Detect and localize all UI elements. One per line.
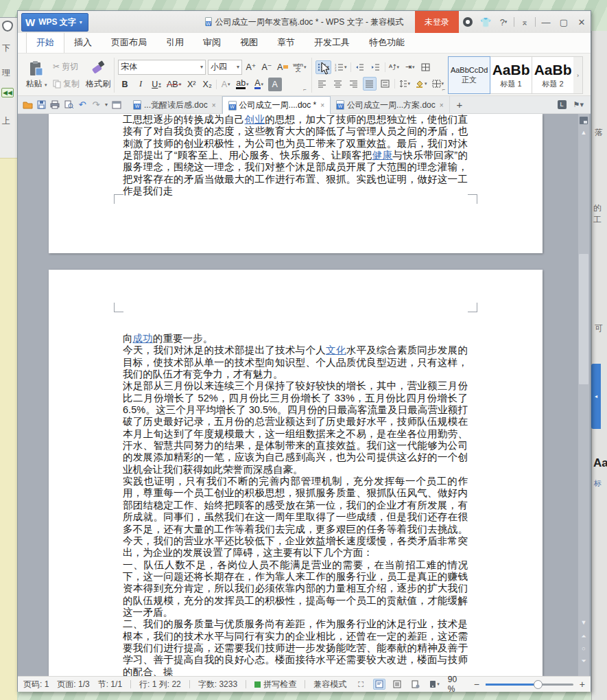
menu-tab-插入[interactable]: 插入 (64, 32, 102, 53)
status-item[interactable]: 拼写检查 (254, 679, 296, 690)
style-标题 1[interactable]: AaBb标题 1 (490, 56, 532, 94)
paste-button[interactable]: 粘贴 ▾ (22, 56, 51, 94)
style-正文[interactable]: AaBbCcDd正文 (448, 56, 490, 94)
save-icon[interactable] (34, 98, 48, 112)
document-tab[interactable]: 公司成立一周...方案.doc× (331, 96, 450, 114)
print-icon[interactable] (48, 98, 62, 112)
text-effects-button[interactable]: A▾ (219, 78, 233, 91)
page-view-icon[interactable] (373, 679, 385, 690)
tab-menu-flag-icon[interactable]: ⚑▾ (573, 100, 584, 109)
distribute-button[interactable] (379, 77, 392, 91)
strikethrough-button[interactable]: AB▾ (165, 78, 182, 91)
underline-button[interactable]: U▾ (150, 78, 163, 91)
copy-button[interactable]: 复制 (51, 77, 82, 91)
read-mode-icon[interactable]: ▾ (428, 679, 440, 690)
insert-table-icon[interactable] (419, 60, 433, 74)
hyperlink[interactable]: 健康 (372, 150, 393, 161)
menu-tab-页面布局[interactable]: 页面布局 (102, 32, 156, 53)
format-painter-button[interactable]: 格式刷 (86, 78, 110, 90)
styles-scroll-button[interactable]: › (573, 56, 583, 94)
hyperlink[interactable]: 成功 (133, 333, 153, 344)
line-spacing-button[interactable]: ▾ (397, 77, 412, 91)
login-button[interactable]: 未登录 (415, 11, 459, 33)
open-file-icon[interactable] (21, 98, 34, 112)
wps-community-icon[interactable] (459, 11, 477, 33)
zoom-in-button[interactable]: + (580, 679, 585, 690)
zoom-slider[interactable] (486, 684, 573, 686)
tab-list-icon[interactable]: L (558, 100, 567, 109)
align-right-button[interactable] (347, 77, 361, 91)
justify-button[interactable] (363, 77, 377, 91)
vertical-scrollbar[interactable]: ▲ ▼ ⏶ ○ ⏷ (578, 114, 589, 676)
help-icon[interactable]: ?▾ (495, 11, 512, 33)
undo-icon[interactable]: ↶ (75, 98, 89, 112)
outline-view-icon[interactable] (392, 679, 404, 690)
redo-icon[interactable]: ↷ (89, 98, 103, 112)
close-tab-icon[interactable]: × (440, 102, 444, 109)
collapse-ribbon-icon[interactable]: ⌅ (516, 11, 534, 33)
style-标题 2[interactable]: AaBb标题 2 (532, 56, 574, 94)
align-left-button[interactable] (316, 77, 329, 91)
scrollbar-thumb[interactable] (579, 254, 588, 384)
font-size-select[interactable]: 小四▾ (208, 60, 242, 75)
title-bar[interactable]: W WPS 文字 ▾ 公司成立一周年发言稿.doc * - WPS 文字 - 兼… (18, 11, 591, 33)
scroll-down-icon[interactable]: ▼ (578, 619, 589, 626)
zoom-slider-thumb[interactable] (534, 680, 543, 689)
status-item[interactable]: 节: 1/1 (98, 679, 122, 690)
highlight-color-button[interactable]: ab▾ (235, 78, 250, 91)
wps-app-menu-button[interactable]: W WPS 文字 ▾ (21, 13, 88, 32)
document-tab[interactable]: ...觉醒读后感.doc× (128, 96, 222, 114)
close-tab-icon[interactable]: × (212, 102, 216, 109)
collapsed-panel-tab[interactable]: ◂ (591, 364, 601, 429)
menu-tab-特色功能[interactable]: 特色功能 (359, 32, 414, 53)
menu-tab-视图[interactable]: 视图 (230, 32, 267, 53)
clear-format-button[interactable]: A (276, 60, 289, 74)
chevron-down-icon[interactable]: ▾ (105, 102, 108, 108)
font-color-button[interactable]: A▾ (252, 78, 266, 91)
menu-tab-开始[interactable]: 开始 (26, 32, 64, 53)
superscript-button[interactable]: X² (185, 78, 198, 91)
hyperlink[interactable]: 创业 (245, 114, 265, 125)
menu-tab-引用[interactable]: 引用 (156, 32, 193, 53)
paragraph-dialog-launcher-icon[interactable]: ⌐ (442, 86, 445, 93)
previous-page-icon[interactable]: ⏶ (578, 633, 589, 640)
scroll-up-icon[interactable]: ▲ (578, 129, 589, 136)
increase-indent-button[interactable] (369, 60, 383, 74)
next-page-icon[interactable]: ⏷ (578, 657, 589, 664)
print-preview-icon[interactable] (62, 98, 75, 112)
document-tab[interactable]: 公司成立一周....doc *× (222, 96, 331, 114)
menu-tab-章节[interactable]: 章节 (267, 32, 305, 53)
minimize-button[interactable]: — (537, 11, 555, 33)
bold-button[interactable]: B (118, 78, 132, 91)
page-1[interactable]: 工思想逐步的转换成为自己创业的思想，加大了技师的思想独立性，使他们直接有了对自我… (49, 114, 543, 253)
shading-button[interactable]: ▾ (414, 77, 429, 91)
shrink-font-button[interactable]: A⁻ (260, 60, 274, 74)
new-document-tab-button[interactable]: + (450, 99, 470, 110)
status-item[interactable]: 行: 1 列: 22 (139, 679, 181, 690)
close-tab-icon[interactable]: × (320, 102, 324, 109)
menu-tab-开发工具[interactable]: 开发工具 (305, 32, 359, 53)
maximize-button[interactable]: ▢ (555, 11, 573, 33)
fullscreen-icon[interactable]: ⛶ (355, 679, 367, 690)
character-shading-button[interactable]: A (268, 78, 282, 91)
zoom-out-button[interactable]: − (474, 679, 479, 690)
cut-button[interactable]: ✂ 剪切 (51, 60, 82, 74)
skin-theme-icon[interactable]: 👕 (477, 11, 495, 33)
document-area[interactable]: 工思想逐步的转换成为自己创业的思想，加大了技师的思想独立性，使他们直接有了对自我… (18, 114, 591, 676)
browse-object-icon[interactable]: ○ (578, 645, 589, 652)
close-button[interactable]: ✕ (573, 11, 591, 33)
font-name-select[interactable]: 宋体▾ (118, 60, 206, 75)
align-center-button[interactable] (331, 77, 345, 91)
text-tools-button[interactable]: ᴬ⤴▾ (388, 60, 401, 74)
font-dialog-launcher-icon[interactable]: ⌐ (303, 86, 307, 93)
window-layout-icon[interactable] (110, 98, 123, 112)
subscript-button[interactable]: X₂ (200, 78, 214, 91)
bullets-button[interactable]: ▾ (316, 60, 332, 74)
italic-button[interactable]: I (134, 78, 147, 91)
status-item[interactable]: 页面: 1/3 (57, 679, 89, 690)
status-item[interactable]: 页码: 1 (23, 679, 49, 690)
numbering-button[interactable]: 123 ▾ (333, 60, 348, 74)
page-2[interactable]: 向成功的重要一步。今天，我们对沐足的技术部提出了技术与个人文化水平及综合素质同步… (49, 270, 543, 676)
grow-font-button[interactable]: A⁺ (244, 60, 258, 74)
status-item[interactable]: 兼容模式 (313, 679, 346, 690)
